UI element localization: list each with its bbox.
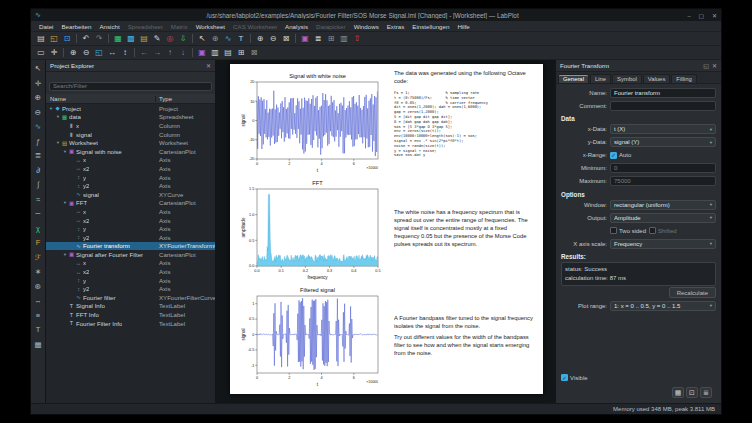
break-layout-icon[interactable]: ⊠ <box>248 47 260 59</box>
add-equation-curve-icon[interactable]: ƒ <box>32 136 44 147</box>
xdata-combo[interactable]: t (X) ▾ <box>610 124 716 134</box>
zoom-out-icon[interactable]: ⊖ <box>267 33 279 45</box>
zoom-fit-icon[interactable]: ⊠ <box>280 33 292 45</box>
cursor-tool-icon[interactable]: ↖ <box>32 63 44 74</box>
shift-down-icon[interactable]: ↓ <box>177 47 189 59</box>
menu-datei[interactable]: Datei <box>35 23 57 30</box>
auto-scale-x-icon[interactable]: ↔ <box>106 47 118 59</box>
tree-item-signal-after-fourier-filter[interactable]: ▾▣Signal after Fourier FilterCartesianPl… <box>46 250 215 259</box>
tree-item-fourier-transform[interactable]: ∿Fourier transformXYFourierTransformCur.… <box>46 242 215 251</box>
tree-item-signal-with-noise[interactable]: ▾▣Signal with noiseCartesianPlot <box>46 147 215 156</box>
open-project-icon[interactable]: ◱ <box>48 33 60 45</box>
add-curve-icon[interactable]: ∿ <box>222 33 234 45</box>
dock-close-icon[interactable]: ✕ <box>712 62 717 69</box>
shift-left-icon[interactable]: ← <box>138 47 150 59</box>
new-matrix-icon[interactable]: ▩ <box>125 33 137 45</box>
smoothing-icon[interactable]: ∼ <box>32 208 44 219</box>
dock-float-icon[interactable]: ◱ <box>703 62 709 69</box>
tree-item-x2[interactable]: ↔x2Axis <box>46 216 215 225</box>
add-image-icon[interactable]: ▦ <box>32 339 44 350</box>
tree-item-fft[interactable]: ▾▣FFTCartesianPlot <box>46 199 215 208</box>
menu-windows[interactable]: Windows <box>350 23 383 30</box>
options-menu-icon[interactable]: ≣ <box>700 387 712 398</box>
auto-scale-y-icon[interactable]: ↕ <box>119 47 131 59</box>
data-reduction-icon[interactable]: ≣ <box>32 150 44 161</box>
window-combo[interactable]: rectangular (uniform) ▾ <box>610 200 716 210</box>
plot-fft[interactable]: FFT0.00.10.20.30.40.50.00.51.01.5frequen… <box>240 177 382 281</box>
output-combo[interactable]: Amplitude ▾ <box>610 213 716 223</box>
grid-layout-icon[interactable]: ⊞ <box>235 47 247 59</box>
add-axis-icon[interactable]: ↔ <box>32 295 44 306</box>
close-button[interactable]: ✕ <box>712 13 717 19</box>
pointer-icon[interactable]: ↖ <box>196 33 208 45</box>
menu-matrix[interactable]: Matrix <box>167 23 192 30</box>
tree-item-y[interactable]: ↕yAxis <box>46 224 215 233</box>
grid-icon[interactable]: ⊞ <box>325 33 337 45</box>
tree-item-x2[interactable]: ↔x2Axis <box>46 267 215 276</box>
menu-datapicker[interactable]: Datapicker <box>312 23 350 30</box>
import-icon[interactable]: ⇩ <box>177 33 189 45</box>
tab-symbol[interactable]: Symbol <box>612 74 642 83</box>
title-bar[interactable]: ∿ /usr/share/labplot2/examples/Analysis/… <box>31 9 721 21</box>
tree-item-x[interactable]: ▮xColumn <box>46 121 215 130</box>
fit-icon[interactable]: χ <box>32 223 44 234</box>
layout-icon[interactable]: ▥ <box>338 33 350 45</box>
zoom-in-tool-icon[interactable]: ⊕ <box>32 92 44 103</box>
add-cartesian-plot-icon[interactable]: ▣ <box>299 33 311 45</box>
tree-item-fourier-filter-info[interactable]: TFourier Filter InfoTextLabel <box>46 319 215 328</box>
new-datapicker-icon[interactable]: ◎ <box>164 33 176 45</box>
tree-item-y[interactable]: ↕yAxis <box>46 173 215 182</box>
plot-signal-with-noise[interactable]: Signal with white noise0246-20-1001020ts… <box>240 70 382 174</box>
plot-range-combo[interactable]: 1: x = 0 .. 0.5, y = 0 .. 1.5 ▾ <box>610 301 716 311</box>
tree-item-fft-info[interactable]: TFFT InfoTextLabel <box>46 310 215 319</box>
menu-analysis[interactable]: Analysis <box>281 23 312 30</box>
tab-filling[interactable]: Filling <box>671 74 696 83</box>
name-input[interactable] <box>610 88 716 98</box>
zoom-in-icon[interactable]: ⊕ <box>254 33 266 45</box>
new-project-icon[interactable]: ▤ <box>35 33 47 45</box>
plot-zoom-in-icon[interactable]: ⊕ <box>67 47 79 59</box>
zoom-out-tool-icon[interactable]: ⊖ <box>32 107 44 118</box>
column-header-type[interactable]: Type <box>156 96 215 102</box>
integration-icon[interactable]: ∫ <box>32 179 44 190</box>
menu-ansicht[interactable]: Ansicht <box>95 23 123 30</box>
tree-item-fourier-filter[interactable]: ∿Fourier filterXYFourierFilterCurve <box>46 293 215 302</box>
tree-item-worksheet[interactable]: ▾▤WorksheetWorksheet <box>46 138 215 147</box>
load-template-icon[interactable]: ▦ <box>672 387 684 398</box>
minimize-button[interactable]: – <box>687 13 690 19</box>
tree-item-x[interactable]: ↔xAxis <box>46 156 215 165</box>
auto-checkbox[interactable]: ✓ Auto <box>610 152 631 159</box>
new-worksheet-icon[interactable]: ▤ <box>138 33 150 45</box>
menu-cas-worksheet[interactable]: CAS Worksheet <box>229 23 281 30</box>
redo-icon[interactable]: ↷ <box>93 33 105 45</box>
add-legend-icon[interactable]: ≣ <box>312 33 324 45</box>
plot-zoom-out-icon[interactable]: ⊖ <box>80 47 92 59</box>
vertical-layout-icon[interactable]: ▥ <box>209 47 221 59</box>
menu-hilfe[interactable]: Hilfe <box>453 23 473 30</box>
zoom-select-icon[interactable]: ⊕ <box>209 33 221 45</box>
auto-scale-icon[interactable]: ◱ <box>93 47 105 59</box>
fourier-transform-icon[interactable]: ℱ <box>32 252 44 263</box>
project-explorer-close-icon[interactable]: ✕ <box>206 62 211 69</box>
ydata-combo[interactable]: signal (Y) ▾ <box>610 137 716 147</box>
two-sided-checkbox[interactable]: Two sided <box>610 227 646 234</box>
plot-filtered-signal[interactable]: Filtered signal0246-1-0.500.51tsignal×10… <box>240 284 382 388</box>
shift-right-icon[interactable]: → <box>151 47 163 59</box>
save-icon[interactable]: ⊡ <box>61 33 73 45</box>
fourier-filter-icon[interactable]: F <box>32 237 44 248</box>
recalculate-button[interactable]: Recalculate <box>669 287 716 298</box>
tree-item-y2[interactable]: ↕y2Axis <box>46 233 215 242</box>
crosshair-icon[interactable]: ✛ <box>48 47 60 59</box>
shifted-checkbox[interactable]: Shifted <box>649 227 677 234</box>
interpolation-icon[interactable]: ≈ <box>32 194 44 205</box>
tree-item-x[interactable]: ↔xAxis <box>46 207 215 216</box>
search-input[interactable] <box>49 82 212 91</box>
shift-up-icon[interactable]: ↑ <box>164 47 176 59</box>
correlation-icon[interactable]: ⊛ <box>32 281 44 292</box>
tree-item-signal[interactable]: ∿signalXYCurve <box>46 190 215 199</box>
crosshair-tool-icon[interactable]: ✛ <box>32 78 44 89</box>
menu-bearbeiten[interactable]: Bearbeiten <box>57 23 95 30</box>
add-plot-icon[interactable]: ▣ <box>196 47 208 59</box>
xscale-combo[interactable]: Frequency ▾ <box>610 239 716 249</box>
tree-item-project[interactable]: ▾◆ProjectProject <box>46 104 215 113</box>
